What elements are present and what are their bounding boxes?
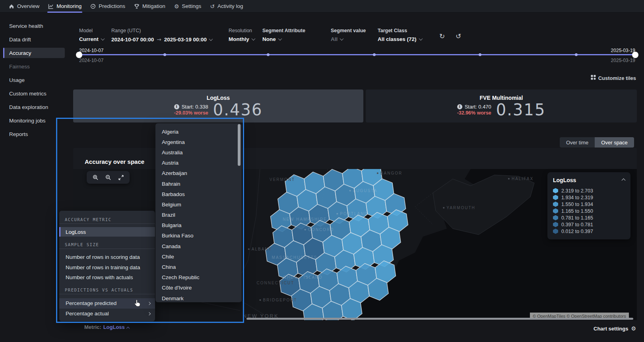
sidebar-item-usage[interactable]: Usage	[9, 77, 25, 83]
map-label-region: VERMONT	[270, 177, 295, 182]
nav-tab-mitigation[interactable]: Mitigation	[134, 0, 165, 13]
customize-tiles-button[interactable]: Customize tiles	[591, 75, 636, 81]
resolution-dropdown[interactable]: Monthly	[229, 36, 255, 42]
range-dropdown[interactable]: 2024-10-07 00:00→2025-03-19 00:00	[111, 36, 212, 43]
legend-item[interactable]: 0.012 to 0.397	[553, 228, 625, 235]
menu-item-percentage-predicted[interactable]: Percentage predicted	[59, 298, 155, 309]
submenu-item-country[interactable]: Denmark	[155, 293, 242, 302]
submenu-item-country[interactable]: Australia	[155, 147, 242, 157]
submenu-item-country[interactable]: Brazil	[155, 210, 242, 220]
refresh-icon[interactable]: ↻	[439, 33, 445, 40]
customize-tiles-label: Customize tiles	[598, 75, 636, 81]
legend-item[interactable]: 1.934 to 2.319	[553, 194, 625, 201]
zoom-out-button[interactable]	[103, 173, 113, 182]
submenu-item-country[interactable]: Côte d'Ivoire	[155, 283, 242, 293]
toggle-over-space[interactable]: Over space	[595, 137, 634, 148]
toggle-over-time[interactable]: Over time	[560, 137, 595, 148]
timeline-tick[interactable]	[575, 53, 578, 56]
submenu-item-country[interactable]: Barbados	[155, 189, 242, 199]
filter-label: Resolution	[229, 28, 255, 33]
sidebar-item-accuracy[interactable]: Accuracy	[9, 50, 31, 56]
menu-item-percentage-actual[interactable]: Percentage actual	[59, 309, 155, 319]
city-dot	[508, 178, 510, 179]
sidebar-item-reports[interactable]: Reports	[9, 131, 28, 137]
sidebar-item-custom-metrics[interactable]: Custom metrics	[9, 91, 47, 97]
horizontal-scrollbar-thumb[interactable]	[246, 318, 633, 320]
metric-tile-fve-multinomial[interactable]: FVE Multinomial iStart: 0.470 -32.96% wo…	[366, 89, 637, 122]
metric-tile-logloss[interactable]: LogLoss iStart: 0.338 -29.03% worse 0.43…	[73, 89, 363, 122]
legend-item[interactable]: 0.781 to 1.165	[553, 214, 625, 221]
chevron-right-icon	[147, 301, 151, 305]
sidebar-item-service-health[interactable]: Service health	[9, 23, 43, 29]
map-label-city: YARMOUTH	[443, 206, 475, 210]
legend-item[interactable]: 2.319 to 2.703	[553, 187, 625, 194]
timeline-tick[interactable]	[163, 53, 166, 56]
submenu-item-country[interactable]: Burkina Faso	[155, 231, 242, 241]
tile-start-value: Start: 0.338	[182, 104, 208, 110]
info-icon[interactable]: i	[174, 104, 179, 109]
city-dot	[336, 213, 338, 214]
nav-tab-overview[interactable]: Overview	[9, 0, 39, 13]
chevron-up-icon[interactable]	[622, 178, 626, 182]
legend-item[interactable]: 1.550 to 1.934	[553, 201, 625, 208]
city-dot	[443, 207, 444, 208]
tile-title: FVE Multinomial	[480, 95, 523, 101]
filter-label: Range (UTC)	[111, 28, 212, 33]
nav-tab-predictions[interactable]: Predictions	[90, 0, 125, 13]
submenu-item-country[interactable]: Chile	[155, 251, 242, 262]
zoom-in-button[interactable]	[91, 173, 100, 182]
info-icon[interactable]: i	[457, 104, 462, 109]
fit-view-button[interactable]	[116, 173, 126, 182]
submenu-item-country[interactable]: Belgium	[155, 199, 242, 210]
timeline-start-date: 2024-10-07	[79, 48, 103, 53]
timeline-handle-end[interactable]	[632, 52, 638, 58]
city-dot	[349, 190, 351, 191]
nav-label: Overview	[17, 3, 39, 9]
model-dropdown[interactable]: Current	[79, 36, 104, 42]
submenu-item-country[interactable]: Azerbaijan	[155, 168, 242, 179]
submenu-item-country[interactable]: Argentina	[155, 137, 242, 147]
hex-swatch	[553, 222, 558, 227]
nav-tab-activity-log[interactable]: ↺ Activity log	[210, 0, 243, 13]
submenu-item-country[interactable]: Canada	[155, 241, 242, 251]
submenu-item-country[interactable]: Bahrain	[155, 179, 242, 189]
map-label-region: CONNECTICUT	[257, 281, 295, 285]
map-label-city: BANGOR	[377, 171, 402, 175]
segment-value-dropdown[interactable]: All	[331, 36, 366, 42]
menu-item-rows-scoring[interactable]: Number of rows in scoring data	[59, 252, 155, 262]
metric-selector-link[interactable]: Metric: LogLoss	[84, 324, 129, 330]
menu-section-header: ACCURACY METRIC	[59, 216, 155, 223]
timeline-tick[interactable]	[267, 53, 270, 56]
menu-item-rows-actuals[interactable]: Number of rows with actuals	[59, 272, 155, 283]
filter-range: Range (UTC) 2024-10-07 00:00→2025-03-19 …	[111, 28, 212, 43]
map-label-region: RHODE ISLAND	[283, 275, 322, 280]
sidebar-item-data-exploration[interactable]: Data exploration	[9, 104, 48, 110]
target-class-dropdown[interactable]: All classes (72)	[378, 36, 422, 42]
undo-icon[interactable]: ↺	[456, 33, 461, 40]
submenu-item-country[interactable]: Austria	[155, 158, 242, 168]
submenu-item-country[interactable]: Algeria	[155, 126, 242, 137]
timeline-tick[interactable]	[479, 53, 481, 56]
chart-settings-label: Chart settings	[594, 326, 628, 332]
history-icon: ↺	[210, 4, 215, 9]
submenu-item-country[interactable]: Bulgaria	[155, 220, 242, 231]
chart-settings-button[interactable]: Chart settings ⚙	[594, 325, 636, 332]
submenu-item-country[interactable]: Czech Republic	[155, 272, 242, 283]
menu-item-rows-training[interactable]: Number of rows in training data	[59, 262, 155, 273]
sidebar-item-data-drift[interactable]: Data drift	[9, 37, 31, 43]
timeline-tick[interactable]	[373, 53, 376, 56]
legend-item[interactable]: 1.165 to 1.550	[553, 208, 625, 214]
legend-header[interactable]: LogLoss	[553, 177, 625, 183]
sidebar-item-monitoring-jobs[interactable]: Monitoring jobs	[9, 118, 46, 124]
timeline-track[interactable]	[79, 54, 635, 55]
vertical-scrollbar-thumb[interactable]	[238, 124, 241, 166]
legend-item[interactable]: 0.397 to 0.781	[553, 221, 625, 228]
sidebar-item-fairness[interactable]: Fairness	[9, 64, 30, 70]
timeline-handle-start[interactable]	[76, 52, 82, 58]
submenu-item-country[interactable]: China	[155, 262, 242, 272]
menu-item-logloss[interactable]: LogLoss	[59, 227, 155, 237]
segment-attribute-dropdown[interactable]: None	[262, 36, 305, 42]
nav-tab-monitoring[interactable]: Monitoring	[48, 0, 81, 13]
nav-tab-settings[interactable]: ⚙ Settings	[174, 0, 201, 13]
trophy-icon	[134, 4, 140, 9]
